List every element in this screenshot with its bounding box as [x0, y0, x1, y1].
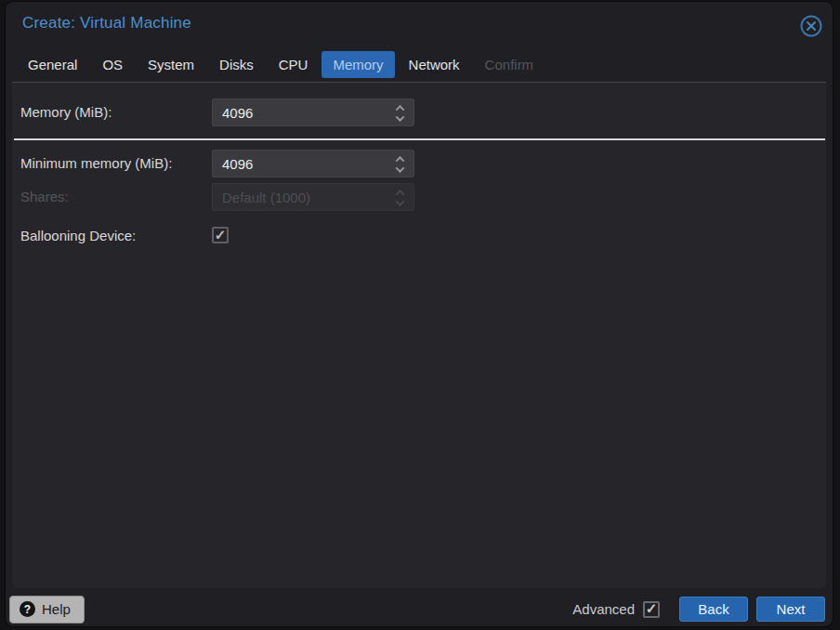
- check-icon: ✓: [646, 601, 658, 615]
- memory-spinner[interactable]: [212, 98, 414, 126]
- tab-memory[interactable]: Memory: [322, 51, 394, 78]
- shares-input: [213, 184, 386, 210]
- tab-cpu[interactable]: CPU: [268, 51, 320, 78]
- tab-network[interactable]: Network: [398, 51, 471, 78]
- help-button[interactable]: ? Help: [9, 596, 85, 623]
- min-memory-spinner[interactable]: [212, 150, 414, 177]
- advanced-label: Advanced: [572, 601, 635, 617]
- check-icon: ✓: [215, 228, 227, 242]
- shares-row: Shares:: [20, 183, 818, 211]
- help-icon: ?: [20, 601, 35, 617]
- tab-os[interactable]: OS: [91, 51, 134, 78]
- dialog-title: Create: Virtual Machine: [22, 14, 191, 33]
- min-memory-label: Minimum memory (MiB):: [20, 150, 172, 177]
- tab-confirm: Confirm: [474, 51, 545, 78]
- ballooning-label: Ballooning Device:: [20, 222, 136, 250]
- min-memory-row: Minimum memory (MiB):: [20, 150, 818, 177]
- advanced-checkbox[interactable]: ✓: [643, 601, 660, 618]
- tab-disks[interactable]: Disks: [208, 51, 265, 78]
- memory-input[interactable]: [213, 99, 386, 125]
- ballooning-row: Ballooning Device: ✓: [20, 222, 818, 250]
- spinner-down-icon[interactable]: [395, 112, 404, 122]
- ballooning-checkbox[interactable]: ✓: [212, 227, 229, 243]
- create-vm-dialog: Create: Virtual Machine General OS Syste…: [6, 2, 833, 626]
- memory-spin-buttons[interactable]: [393, 99, 406, 127]
- dialog-footer: ? Help Advanced ✓ Back Next: [9, 595, 825, 623]
- shares-spin-buttons: [393, 184, 406, 212]
- next-button[interactable]: Next: [756, 597, 825, 622]
- tab-system[interactable]: System: [137, 51, 205, 78]
- shares-label: Shares:: [20, 183, 69, 211]
- min-memory-spin-buttons[interactable]: [393, 151, 406, 178]
- help-button-label: Help: [42, 601, 71, 617]
- spinner-down-icon: [395, 197, 404, 206]
- tab-general[interactable]: General: [17, 51, 88, 78]
- advanced-section-divider: [14, 138, 825, 140]
- spinner-down-icon[interactable]: [395, 164, 404, 173]
- memory-label: Memory (MiB):: [20, 98, 112, 126]
- close-button[interactable]: [799, 14, 823, 38]
- close-icon: [799, 14, 823, 38]
- advanced-toggle: Advanced ✓: [572, 601, 660, 618]
- back-button[interactable]: Back: [679, 597, 748, 622]
- shares-spinner: [212, 183, 414, 211]
- memory-form-panel: Memory (MiB): Minimum memory (MiB):: [12, 82, 826, 588]
- memory-row: Memory (MiB):: [20, 98, 818, 126]
- min-memory-input[interactable]: [213, 151, 386, 177]
- wizard-tabbar: General OS System Disks CPU Memory Netwo…: [17, 50, 821, 79]
